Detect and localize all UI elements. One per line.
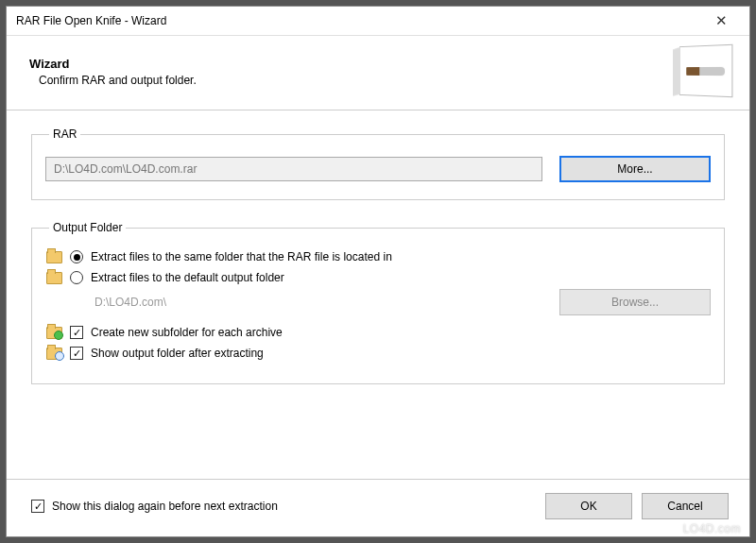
checkbox-show-again[interactable] bbox=[31, 500, 44, 513]
checkbox-create-subfolder[interactable] bbox=[70, 326, 83, 339]
browse-button: Browse... bbox=[559, 289, 711, 315]
label-create-subfolder: Create new subfolder for each archive bbox=[91, 326, 283, 339]
page-title: Wizard bbox=[29, 57, 197, 71]
cancel-button[interactable]: Cancel bbox=[642, 493, 729, 519]
header-text: Wizard Confirm RAR and output folder. bbox=[29, 57, 197, 87]
content-area: RAR More... Output Folder Extract files … bbox=[7, 110, 749, 479]
more-button[interactable]: More... bbox=[559, 156, 711, 182]
rar-legend: RAR bbox=[49, 127, 80, 141]
checkbox-show-output[interactable] bbox=[70, 347, 83, 360]
output-legend: Output Folder bbox=[49, 221, 126, 234]
label-default-folder: Extract files to the default output fold… bbox=[91, 271, 284, 284]
wizard-header: Wizard Confirm RAR and output folder. bbox=[7, 36, 749, 110]
folder-icon bbox=[45, 249, 62, 264]
product-box-image bbox=[666, 43, 734, 100]
radio-same-folder[interactable] bbox=[70, 250, 83, 263]
rar-group: RAR More... bbox=[31, 127, 725, 200]
folder-icon bbox=[45, 270, 62, 285]
page-subtitle: Confirm RAR and output folder. bbox=[29, 74, 197, 87]
close-button[interactable]: ✕ bbox=[702, 12, 740, 29]
knife-icon bbox=[686, 66, 725, 75]
titlebar: RAR File Open Knife - Wizard ✕ bbox=[7, 7, 749, 36]
footer: Show this dialog again before next extra… bbox=[7, 479, 749, 536]
output-folder-group: Output Folder Extract files to the same … bbox=[31, 221, 725, 384]
label-show-output: Show output folder after extracting bbox=[91, 347, 264, 360]
label-same-folder: Extract files to the same folder that th… bbox=[91, 250, 392, 263]
folder-new-icon bbox=[45, 325, 62, 340]
wizard-window: RAR File Open Knife - Wizard ✕ Wizard Co… bbox=[6, 6, 750, 537]
radio-default-folder[interactable] bbox=[70, 271, 83, 284]
rar-path-input[interactable] bbox=[45, 157, 542, 181]
window-title: RAR File Open Knife - Wizard bbox=[16, 14, 166, 27]
label-show-again: Show this dialog again before next extra… bbox=[52, 500, 278, 513]
ok-button[interactable]: OK bbox=[545, 493, 632, 519]
folder-search-icon bbox=[45, 346, 62, 361]
default-path-text: D:\LO4D.com\ bbox=[94, 294, 542, 311]
